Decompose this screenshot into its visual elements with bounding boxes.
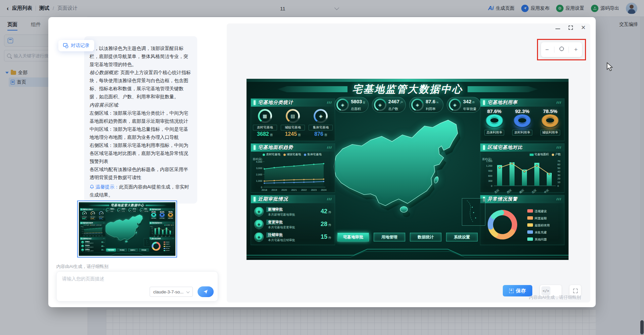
svg-text:东区: 东区 xyxy=(494,188,500,194)
dashboard-nav: 宅基地审批用地管理数据统计系统设置 xyxy=(104,249,151,252)
zoom-reset-icon xyxy=(559,46,565,52)
panel-title: 宅基地利用率 xyxy=(487,100,518,106)
cube-icon: ◈ xyxy=(254,232,264,242)
utilization-农村利用率: 92.3% 农村利用率 xyxy=(158,211,166,219)
send-button[interactable] xyxy=(198,286,214,297)
gauge-icon: ◈ xyxy=(101,213,102,214)
truncation-indicator: ··· xyxy=(90,40,192,44)
dashboard-nav-button-0[interactable]: 宅基地审批 xyxy=(106,249,116,252)
kpi-ring-icon: ◈ xyxy=(374,99,386,111)
dashboard-thumbnail-render: 宅基地监管大数据中心 ◈ 5803亩总面积 ◈ 2467户总户数 ◈ 87.6%… xyxy=(79,202,175,256)
ai-disclaimer-left: 内容由AI生成，请仔细甄别 xyxy=(56,264,108,270)
panel-title: 区域宅基地对比 xyxy=(487,145,523,151)
panel-notch xyxy=(81,238,82,239)
panel-decor-icon: ⫽⫽⫽ xyxy=(103,238,105,239)
close-icon[interactable]: ✕ xyxy=(580,24,586,31)
kpi-1: ◈ 2467户总户数 xyxy=(372,97,406,113)
panel-decor-icon: ⫽⫽⫽ xyxy=(327,146,332,150)
gauge-icon: ▦ xyxy=(84,213,85,214)
svg-text:2022: 2022 xyxy=(301,188,307,191)
panel-area-trend: 宅基地面积趋势 ⫽⫽⫽ 农村宅基地城镇宅基地集体宅基地面积(亩)01,0002,… xyxy=(80,222,106,237)
panel-decor-icon: ⫽⫽⫽ xyxy=(172,222,174,223)
zoom-in-button[interactable]: + xyxy=(571,46,581,53)
cube-icon: ◈ xyxy=(81,245,84,247)
gauge-icon: ◈ xyxy=(319,113,323,119)
utilization-农村利用率: 92.3% 农村利用率 xyxy=(510,108,535,135)
dashboard-thumbnail[interactable]: 宅基地监管大数据中心 ◈ 5803亩总面积 ◈ 2467户总户数 ◈ 87.6%… xyxy=(77,201,177,258)
chat-history-tag[interactable]: 对话记录 xyxy=(58,40,94,51)
svg-text:4,000: 4,000 xyxy=(256,160,262,163)
kpi-2: ◈ 87.6%利用率 xyxy=(409,97,443,113)
panel-notch xyxy=(81,209,82,210)
ai-disclaimer-right: 内容由AI生成，请仔细甄别 xyxy=(529,294,581,300)
svg-text:50: 50 xyxy=(557,167,560,170)
chevron-down-icon xyxy=(186,290,190,293)
panel-notch xyxy=(483,145,485,150)
gauge-icon: ▦ xyxy=(263,113,267,119)
svg-text:600: 600 xyxy=(488,174,492,177)
minimize-icon[interactable] xyxy=(555,24,561,31)
ai-preview-modal: ✕ 对话记录 ··· 面，以淡雅绿色为主题色调，顶部设置醒目标栏，底部提供导航菜… xyxy=(48,17,596,307)
svg-text:900: 900 xyxy=(488,169,492,172)
panel-notch xyxy=(483,100,485,105)
prompt-input[interactable] xyxy=(61,276,167,282)
kpi-2: ◈ 87.6%利用率 xyxy=(128,208,138,212)
svg-text:超面积使用: 超面积使用 xyxy=(166,246,170,247)
panel-utilization: 宅基地利用率 ⫽⫽⫽ 87.6% 总体利用率 92.3% 农村利用率 78.5%… xyxy=(149,208,175,221)
kpi-ring-icon: ◈ xyxy=(449,99,461,111)
save-button[interactable]: 保存 xyxy=(503,285,532,296)
svg-text:0: 0 xyxy=(557,184,559,187)
chat-paragraph: 核心数据概览: 页面中上方设置四个核心统计指标块，每块使用淡雅绿色背景与白色边框… xyxy=(90,68,192,101)
kpi-row: ◈ 5803亩总面积 ◈ 2467户总户数 ◈ 87.6%利用率 ◈ 342件年… xyxy=(105,208,150,212)
svg-text:2018: 2018 xyxy=(262,188,267,191)
dashboard-nav-button-1[interactable]: 用地管理 xyxy=(117,249,126,252)
dashboard-nav: 宅基地审批用地管理数据统计系统设置 xyxy=(331,233,484,241)
dashboard-nav-button-3[interactable]: 系统设置 xyxy=(446,233,478,241)
svg-text:0: 0 xyxy=(153,234,153,235)
approval-row-1: ◈ 变更审批本月宅基地变更审批 28件 xyxy=(80,244,106,248)
svg-text:1,500: 1,500 xyxy=(151,227,153,228)
svg-text:4,000: 4,000 xyxy=(82,227,84,228)
approval-row-2: ◈ 注销审批本月宅基地注销审批 15件 xyxy=(251,230,335,243)
zoom-reset-button[interactable] xyxy=(556,46,567,53)
dashboard-title: 宅基地监管大数据中心 xyxy=(111,203,144,207)
panel-notch xyxy=(254,197,256,202)
cube-icon: ◈ xyxy=(254,220,264,229)
svg-text:北区: 北区 xyxy=(531,188,537,194)
dashboard-nav-button-0[interactable]: 宅基地审批 xyxy=(337,233,369,241)
dashboard-header: 宅基地监管大数据中心 xyxy=(79,203,175,208)
svg-text:2,000: 2,000 xyxy=(256,173,262,176)
save-label: 保存 xyxy=(516,288,526,294)
panel-decor-icon: ⫽⫽⫽ xyxy=(556,101,561,105)
zoom-controls: − + xyxy=(541,42,582,57)
fullscreen-icon[interactable] xyxy=(568,24,574,31)
dashboard-nav-button-1[interactable]: 用地管理 xyxy=(374,233,405,241)
svg-text:违规建设: 违规建设 xyxy=(535,210,547,213)
panel-decor-icon: ⫽⫽⫽ xyxy=(556,146,561,150)
zoom-out-button[interactable]: − xyxy=(542,46,552,53)
svg-text:40: 40 xyxy=(557,170,560,173)
svg-text:2019: 2019 xyxy=(271,188,277,191)
svg-text:2023: 2023 xyxy=(311,188,317,191)
chat-history-label: 对话记录 xyxy=(71,43,90,49)
panel-decor-icon: ⫽⫽⫽ xyxy=(103,209,105,210)
kpi-3: ◈ 342件年审批量 xyxy=(139,208,150,212)
svg-text:其他问题: 其他问题 xyxy=(535,238,547,241)
gauge-集体宅基地: ◈ 集体宅基地 876亩 xyxy=(309,109,333,137)
dashboard-nav-button-2[interactable]: 数据统计 xyxy=(410,233,441,241)
model-select-value: claude-3-7-so... xyxy=(153,289,183,294)
tip-label: 温馨提示： xyxy=(96,184,119,189)
svg-text:闲置超期: 闲置超期 xyxy=(166,243,169,245)
dashboard-nav-button-2[interactable]: 数据统计 xyxy=(128,249,138,252)
svg-text:2021: 2021 xyxy=(291,188,297,191)
svg-text:60: 60 xyxy=(173,228,174,228)
panel-decor-icon: ⫽⫽⫽ xyxy=(327,198,332,201)
dashboard-bottom-decor xyxy=(79,253,175,256)
kpi-0: ◈ 5803亩总面积 xyxy=(334,97,369,113)
panel-classification: 宅基地分类统计 ⫽⫽⫽ ▦ 农村宅基地 3682亩 ▤ 城镇宅基地 1245亩 … xyxy=(80,208,106,221)
dashboard-nav-button-3[interactable]: 系统设置 xyxy=(139,249,149,252)
model-select[interactable]: claude-3-7-so... xyxy=(150,287,193,297)
panel-area-trend: 宅基地面积趋势 ⫽⫽⫽ 农村宅基地城镇宅基地集体宅基地面积(亩)01,0002,… xyxy=(251,143,335,193)
panel-decor-icon: ⫽⫽⫽ xyxy=(172,238,174,239)
kpi-ring-icon: ◈ xyxy=(117,208,121,212)
